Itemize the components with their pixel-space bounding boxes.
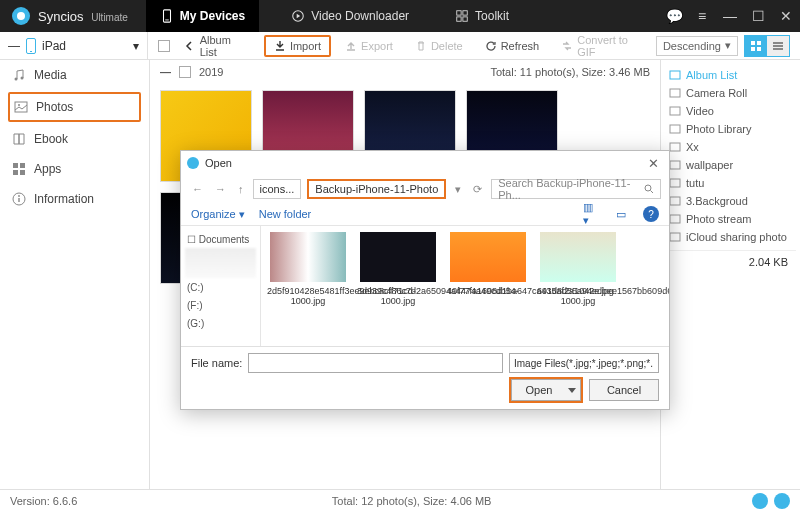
facebook-icon[interactable] [752,493,768,509]
photo-icon [14,100,28,114]
album-label: Xx [686,141,699,153]
file-item[interactable]: 40f77fa1608d1ba647ca435af2a1042e.jpg [447,232,529,296]
dialog-close-button[interactable]: ✕ [644,156,663,171]
sidebar-drive-g[interactable]: (G:) [185,314,256,332]
svg-rect-7 [751,41,755,45]
minimize-button[interactable]: — [716,0,744,32]
export-icon [345,40,357,52]
info-icon [12,192,26,206]
app-logo [12,7,30,25]
breadcrumb-current[interactable]: Backup-iPhone-11-Photo [307,179,446,199]
view-mode-button[interactable]: ▥ ▾ [583,206,599,222]
svg-rect-20 [13,170,18,175]
svg-point-24 [18,195,20,197]
filetype-dropdown[interactable]: Image Files(*.jpg;*.jpeg;*.png;*. [509,353,659,373]
search-placeholder: Search Backup-iPhone-11-Ph... [498,177,640,201]
album-item[interactable]: Xx [665,138,796,156]
new-folder-button[interactable]: New folder [259,208,312,220]
nav-up-button[interactable]: ↑ [235,183,247,195]
close-button[interactable]: ✕ [772,0,800,32]
dialog-title: Open [205,157,232,169]
album-label: Video [686,105,714,117]
view-list-button[interactable] [767,36,789,56]
view-grid-button[interactable] [745,36,767,56]
svg-rect-3 [457,11,461,15]
tab-toolkit[interactable]: Toolkit [441,0,523,32]
tab-video-downloader[interactable]: Video Downloader [277,0,423,32]
sort-dropdown[interactable]: Descending ▾ [656,36,738,56]
twitter-icon[interactable] [774,493,790,509]
album-item[interactable]: tutu [665,174,796,192]
back-arrow-icon [184,40,196,52]
device-icon [26,38,36,54]
file-item[interactable]: 2d5f910428e5481ff3ee9ebc8cff71cd-1000.jp… [267,232,349,306]
album-item[interactable]: 3.Backgroud [665,192,796,210]
album-label: Photo stream [686,213,751,225]
cancel-button[interactable]: Cancel [589,379,659,401]
preview-pane-button[interactable]: ▭ [613,206,629,222]
list-view-icon [772,40,784,52]
open-button[interactable]: Open [511,379,581,401]
delete-button[interactable]: Delete [407,35,471,57]
sidebar-drive-f[interactable]: (F:) [185,296,256,314]
menu-icon[interactable]: ≡ [688,0,716,32]
select-all-checkbox[interactable] [158,40,170,52]
sidebar-item-information[interactable]: Information [0,184,149,214]
albumlist-label: Album List [200,34,250,58]
album-item[interactable]: Camera Roll [665,84,796,102]
sort-label: Descending [663,40,721,52]
svg-rect-18 [13,163,18,168]
device-selector[interactable]: — iPad ▾ [0,32,148,60]
grid-icon [455,9,469,23]
dialog-search-input[interactable]: Search Backup-iPhone-11-Ph... [491,179,661,199]
open-label: Open [526,384,553,396]
app-title: Syncios Ultimate [38,9,128,24]
file-item[interactable]: 691d8d55a94edbee1567bb609d6d6601-1000.jp… [537,232,619,306]
album-item[interactable]: iCloud sharing photo [665,228,796,246]
svg-point-15 [21,77,24,80]
folder-icon [669,195,681,207]
collapse-icon[interactable]: — [160,66,171,78]
album-item[interactable]: Photo stream [665,210,796,228]
nav-back-button[interactable]: ← [189,183,206,195]
refresh-icon[interactable]: ⟳ [470,183,485,196]
help-button[interactable]: ? [643,206,659,222]
chat-icon[interactable]: 💬 [660,0,688,32]
folder-icon [669,105,681,117]
dialog-icon [187,157,199,169]
status-total: Total: 12 photo(s), Size: 4.06 MB [332,495,492,507]
refresh-button[interactable]: Refresh [477,35,548,57]
file-thumbnail [360,232,436,282]
year-checkbox[interactable] [179,66,191,78]
file-thumbnail [540,232,616,282]
collapse-icon: — [8,39,20,53]
folder-icon [669,231,681,243]
filename-input[interactable] [248,353,503,373]
svg-rect-31 [670,179,680,187]
tab-my-devices[interactable]: My Devices [146,0,259,32]
album-icon [669,69,681,81]
sidebar-item-ebook[interactable]: Ebook [0,124,149,154]
breadcrumb-segment[interactable]: icons... [253,179,302,199]
export-button[interactable]: Export [337,35,401,57]
album-item[interactable]: Video [665,102,796,120]
svg-rect-1 [165,20,169,21]
svg-rect-34 [670,233,680,241]
album-item[interactable]: wallpaper [665,156,796,174]
nav-forward-button[interactable]: → [212,183,229,195]
maximize-button[interactable]: ☐ [744,0,772,32]
sidebar-item-apps[interactable]: Apps [0,154,149,184]
organize-button[interactable]: Organize ▾ [191,208,245,221]
album-item[interactable]: Photo Library [665,120,796,138]
album-label: wallpaper [686,159,733,171]
crumb-dropdown-icon[interactable]: ▾ [452,183,464,196]
sidebar-drive-c[interactable]: (C:) [185,278,256,296]
convert-gif-button[interactable]: Convert to GIF [553,35,656,57]
sidebar-item-media[interactable]: Media [0,60,149,90]
album-list-header[interactable]: Album List [665,66,796,84]
sidebar-item-photos[interactable]: Photos [8,92,141,122]
import-button[interactable]: Import [264,35,331,57]
album-list-button[interactable]: Album List [176,35,258,57]
sidebar-documents[interactable]: ☐ Documents [185,230,256,248]
file-item[interactable]: 3d939c486c7d2a65094a4474a49cdb54-1000.jp… [357,232,439,306]
